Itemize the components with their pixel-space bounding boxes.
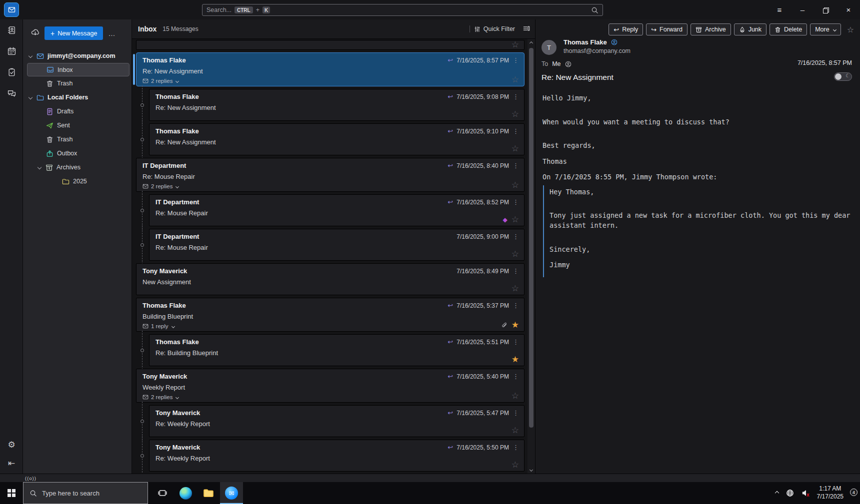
thunderbird-taskbar-button[interactable]: ✉ — [220, 482, 243, 504]
message-row[interactable]: Thomas Flake ↩ 7/16/2025, 5:37 PM ⋮ Buil… — [136, 298, 524, 332]
message-menu-button[interactable]: ⋮ — [512, 93, 519, 100]
star-icon[interactable]: ☆ — [512, 181, 519, 189]
star-icon[interactable]: ☆ — [512, 461, 519, 469]
message-row[interactable]: Tony Maverick ↩ 7/16/2025, 5:47 PM ⋮ Re:… — [149, 405, 524, 437]
message-menu-button[interactable]: ⋮ — [512, 373, 519, 380]
star-icon[interactable]: ☆ — [512, 75, 519, 84]
folder-trash-local[interactable]: Trash — [23, 132, 132, 146]
star-icon[interactable]: ★ — [512, 355, 519, 364]
display-options-button[interactable] — [523, 25, 530, 33]
delete-button[interactable]: Delete — [770, 23, 807, 35]
forward-button[interactable]: ↪ Forward — [646, 23, 688, 35]
message-menu-button[interactable]: ⋮ — [512, 127, 519, 135]
chevron-down-icon[interactable] — [28, 95, 32, 99]
message-row[interactable]: Tony Maverick 7/16/2025, 8:49 PM ⋮ New A… — [136, 263, 524, 295]
message-menu-button[interactable]: ⋮ — [512, 162, 519, 169]
message-row[interactable]: IT Department ↩ 7/16/2025, 8:40 PM ⋮ Re:… — [136, 158, 524, 192]
reply-button[interactable]: ↩ Reply — [608, 23, 643, 35]
star-icon[interactable]: ★ — [512, 321, 519, 329]
star-icon[interactable]: ☆ — [512, 250, 519, 258]
message-menu-button[interactable]: ⋮ — [512, 409, 519, 417]
space-calendar[interactable] — [0, 40, 23, 61]
file-explorer-taskbar-button[interactable] — [197, 482, 220, 504]
message-menu-button[interactable]: ⋮ — [512, 302, 519, 309]
volume-muted-button[interactable]: x — [802, 489, 810, 498]
message-row-partial[interactable]: ☆ — [136, 40, 524, 50]
taskbar-clock[interactable]: 1:17 AM 7/17/2025 — [817, 485, 844, 501]
tray-expand-chevron-icon[interactable] — [775, 491, 779, 495]
scrollbar-thumb[interactable] — [529, 48, 534, 428]
chevron-down-icon[interactable] — [28, 54, 32, 58]
settings-gear-button[interactable]: ⚙ — [8, 440, 15, 450]
archive-button[interactable]: Archive — [690, 23, 731, 35]
message-menu-button[interactable]: ⋮ — [512, 444, 519, 451]
scroll-up-button[interactable] — [530, 39, 532, 47]
space-address-book[interactable] — [0, 19, 23, 40]
thread-replies-toggle[interactable]: 2 replies — [142, 394, 519, 400]
edge-taskbar-button[interactable] — [174, 482, 197, 504]
collapse-rail-button[interactable]: ⇤ — [8, 458, 15, 469]
message-row[interactable]: Thomas Flake ↩ 7/16/2025, 9:08 PM ⋮ Re: … — [149, 89, 524, 121]
contact-badge-icon[interactable] — [611, 39, 618, 45]
space-chat[interactable] — [0, 82, 23, 103]
message-menu-button[interactable]: ⋮ — [512, 56, 519, 64]
message-row[interactable]: Thomas Flake ↩ 7/16/2025, 8:57 PM ⋮ Re: … — [136, 52, 524, 86]
account-row[interactable]: jimmyt@company.com — [23, 49, 132, 63]
space-tasks[interactable] — [0, 61, 23, 82]
task-view-button[interactable] — [151, 482, 174, 504]
close-button[interactable]: × — [837, 0, 860, 19]
folder-label: 2025 — [73, 178, 87, 185]
folder-trash[interactable]: Trash — [23, 76, 132, 90]
recipient-me[interactable]: Me — [552, 60, 560, 67]
replies-count: 1 reply — [151, 323, 168, 329]
message-row[interactable]: Tony Maverick ↩ 7/16/2025, 5:50 PM ⋮ Re:… — [149, 440, 524, 472]
more-button[interactable]: More — [810, 23, 840, 35]
star-icon[interactable]: ☆ — [512, 392, 519, 400]
get-messages-button[interactable] — [31, 28, 40, 38]
message-row[interactable]: Thomas Flake ↩ 7/16/2025, 5:51 PM ⋮ Re: … — [149, 334, 524, 366]
folder-inbox[interactable]: Inbox — [27, 63, 130, 76]
global-search-bar[interactable]: Search... CTRL + K — [202, 4, 603, 16]
message-menu-button[interactable]: ⋮ — [512, 233, 519, 240]
folder-pane-options-button[interactable]: … — [108, 29, 116, 37]
network-globe-icon[interactable] — [786, 489, 794, 497]
new-message-button[interactable]: + New Message — [44, 26, 103, 40]
message-menu-button[interactable]: ⋮ — [512, 338, 519, 346]
star-icon[interactable]: ☆ — [512, 284, 519, 293]
message-menu-button[interactable]: ⋮ — [512, 198, 519, 206]
thread-replies-toggle[interactable]: 1 reply — [142, 323, 519, 329]
local-folders-row[interactable]: Local Folders — [23, 90, 132, 104]
app-menu-button[interactable]: ≡ — [768, 0, 791, 19]
chevron-down-icon[interactable] — [38, 165, 42, 169]
star-icon[interactable]: ☆ — [512, 110, 519, 118]
folder-sent[interactable]: Sent — [23, 118, 132, 132]
start-button[interactable] — [0, 482, 23, 504]
scroll-down-button[interactable] — [530, 466, 532, 474]
message-row[interactable]: IT Department 7/16/2025, 9:00 PM ⋮ Re: M… — [149, 229, 524, 261]
sender-avatar[interactable]: T — [542, 40, 556, 55]
thread-replies-toggle[interactable]: 2 replies — [142, 183, 519, 189]
message-row[interactable]: Thomas Flake ↩ 7/16/2025, 9:10 PM ⋮ Re: … — [149, 123, 524, 155]
star-icon[interactable]: ☆ — [512, 426, 519, 435]
message-row[interactable]: Tony Maverick ↩ 7/16/2025, 5:40 PM ⋮ Wee… — [136, 369, 524, 403]
quick-filter-button[interactable]: Quick Filter — [474, 25, 515, 32]
dark-mode-toggle[interactable]: ☾ — [834, 72, 852, 81]
folder-drafts[interactable]: Drafts — [23, 104, 132, 118]
thread-replies-toggle[interactable]: 2 replies — [142, 78, 519, 84]
recipient-contact-icon[interactable] — [565, 61, 572, 67]
restore-button[interactable] — [814, 0, 837, 19]
star-icon[interactable]: ☆ — [512, 40, 519, 49]
thunderbird-mail-space-button[interactable] — [4, 2, 19, 17]
star-icon[interactable]: ☆ — [512, 144, 519, 153]
message-list-scrollbar[interactable] — [528, 39, 535, 474]
folder-archives[interactable]: Archives — [23, 160, 132, 174]
message-row[interactable]: IT Department ↩ 7/16/2025, 8:52 PM ⋮ Re:… — [149, 194, 524, 226]
folder-outbox[interactable]: Outbox — [23, 146, 132, 160]
junk-button[interactable]: Junk — [734, 23, 766, 35]
star-icon[interactable]: ☆ — [512, 215, 519, 224]
minimize-button[interactable]: – — [791, 0, 814, 19]
message-menu-button[interactable]: ⋮ — [512, 267, 519, 275]
taskbar-search[interactable]: Type here to search — [23, 482, 148, 504]
folder-2025[interactable]: 2025 — [23, 174, 132, 188]
message-star-button[interactable]: ☆ — [847, 25, 854, 34]
